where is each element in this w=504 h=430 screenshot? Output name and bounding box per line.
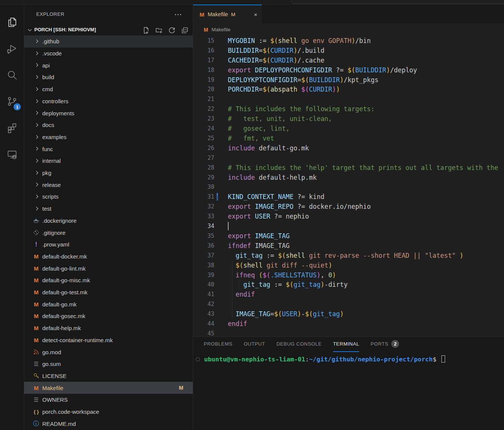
code-line-35[interactable]: 35export IMAGE_TAG <box>193 231 504 241</box>
file-default-gosec.mk[interactable]: Mdefault-gosec.mk <box>24 310 193 322</box>
activity-search[interactable] <box>0 67 24 85</box>
line-number: 34 <box>193 223 214 230</box>
file-default-help.mk[interactable]: Mdefault-help.mk <box>24 322 193 334</box>
breadcrumb-item[interactable]: Makefile <box>212 27 230 32</box>
activity-run-and-debug[interactable] <box>0 40 24 58</box>
tree-item-label: docs <box>42 122 54 128</box>
line-number: 19 <box>193 77 214 83</box>
file-README.md[interactable]: ⓘREADME.md <box>24 418 193 430</box>
indent-guide <box>239 280 239 290</box>
collapse-all-icon[interactable] <box>181 26 189 36</box>
panel-tab-problems[interactable]: PROBLEMS <box>204 340 232 352</box>
file-default-docker.mk[interactable]: Mdefault-docker.mk <box>24 251 193 263</box>
new-file-icon[interactable] <box>142 26 150 36</box>
code-line-31[interactable]: 31KIND_CONTEXT_NAME ?= kind <box>193 192 504 202</box>
line-number: 41 <box>193 291 214 298</box>
code-line-15[interactable]: 15MYGOBIN := $(shell go env GOPATH)/bin <box>193 36 504 46</box>
new-folder-icon[interactable] <box>155 26 163 36</box>
folder-.github[interactable]: .github <box>24 35 193 47</box>
file-go.mod[interactable]: go.mod <box>24 346 193 358</box>
file-default-go-misc.mk[interactable]: Mdefault-go-misc.mk <box>24 274 193 286</box>
close-icon[interactable]: × <box>254 11 257 18</box>
code-line-30[interactable]: 30 <box>193 182 504 192</box>
code-line-45[interactable]: 45 <box>193 329 504 337</box>
folder-examples[interactable]: examples <box>24 131 193 143</box>
panel-tabs: PROBLEMSOUTPUTDEBUG CONSOLETERMINALPORTS… <box>204 340 399 352</box>
folder-docs[interactable]: docs <box>24 119 193 131</box>
code-text: IMAGE_TAG=$(USER)-$(git_tag) <box>228 310 344 318</box>
code-line-28[interactable]: 28# This includes the 'help' target that… <box>193 163 504 173</box>
folder-controllers[interactable]: controllers <box>24 95 193 107</box>
code-line-17[interactable]: 17CACHEDIR=$(CURDIR)/.cache <box>193 55 504 65</box>
folder-api[interactable]: api <box>24 59 193 71</box>
file-LICENSE[interactable]: LICENSE <box>24 370 193 382</box>
code-line-38[interactable]: 38 $(shell git diff --quiet) <box>193 260 504 270</box>
file-default-go.mk[interactable]: Mdefault-go.mk <box>24 298 193 310</box>
code-line-25[interactable]: 25# fmt, vet <box>193 133 504 143</box>
tab-makefile[interactable]: M Makefile M × <box>193 5 262 23</box>
file-Makefile[interactable]: MMakefileM <box>24 382 193 394</box>
file-.prow.yaml[interactable]: !.prow.yaml <box>24 239 193 251</box>
code-line-37[interactable]: 37 git_tag := $(shell git rev-parse --sh… <box>193 251 504 260</box>
activity-remote-explorer[interactable] <box>0 146 24 164</box>
folder-scripts[interactable]: scripts <box>24 191 193 203</box>
code-line-29[interactable]: 29include default-help.mk <box>193 173 504 182</box>
folder-.vscode[interactable]: .vscode <box>24 47 193 60</box>
activity-source-control[interactable]: 1 <box>0 93 24 111</box>
chevron-right-icon <box>34 122 40 128</box>
workspace-section-header[interactable]: PORCH [SSH: NEPHIOVM] <box>24 25 193 35</box>
tree-item-label: api <box>42 62 50 69</box>
code-line-39[interactable]: 39 ifneq ($(.SHELLSTATUS), 0) <box>193 270 504 280</box>
folder-func[interactable]: func <box>24 143 193 155</box>
editor-group: M Makefile M × M Makefile 15MYGOBIN := $… <box>193 5 504 337</box>
file-porch.code-workspace[interactable]: { }porch.code-workspace <box>24 406 193 418</box>
panel-tab-ports[interactable]: PORTS2 <box>370 340 399 352</box>
code-line-16[interactable]: 16BUILDDIR=$(CURDIR)/.build <box>193 46 504 55</box>
folder-cmd[interactable]: cmd <box>24 83 193 95</box>
panel-tab-output[interactable]: OUTPUT <box>244 340 265 352</box>
activity-extensions[interactable] <box>0 119 24 138</box>
command-center[interactable] <box>291 0 504 4</box>
code-line-21[interactable]: 21 <box>193 94 504 104</box>
ellipsis-icon[interactable]: ⋯ <box>174 10 182 19</box>
folder-deployments[interactable]: deployments <box>24 107 193 119</box>
code-line-41[interactable]: 41 endif <box>193 289 504 299</box>
file-.gitignore[interactable]: .gitignore <box>24 226 193 239</box>
code-line-34[interactable]: 34 <box>193 221 504 231</box>
code-line-26[interactable]: 26include default-go.mk <box>193 143 504 153</box>
code-line-18[interactable]: 18export DEPLOYPORCHCONFIGDIR ?= $(BUILD… <box>193 65 504 75</box>
code-line-23[interactable]: 23# test, unit, unit-clean, <box>193 114 504 124</box>
activity-explorer[interactable] <box>0 14 24 32</box>
code-line-20[interactable]: 20PORCHDIR=$(abspath $(CURDIR)) <box>193 85 504 95</box>
file-default-go-test.mk[interactable]: Mdefault-go-test.mk <box>24 286 193 298</box>
code-line-33[interactable]: 33export USER ?= nephio <box>193 211 504 221</box>
panel-tab-debug-console[interactable]: DEBUG CONSOLE <box>277 340 322 352</box>
file-OWNERS[interactable]: ☰OWNERS <box>24 394 193 406</box>
code-line-44[interactable]: 44endif <box>193 319 504 329</box>
code-line-43[interactable]: 43 IMAGE_TAG=$(USER)-$(git_tag) <box>193 309 504 319</box>
panel-tab-terminal[interactable]: TERMINAL <box>333 340 360 352</box>
code-line-32[interactable]: 32export IMAGE_REPO ?= docker.io/nephio <box>193 202 504 211</box>
key-icon <box>31 372 41 379</box>
file-default-go-lint.mk[interactable]: Mdefault-go-lint.mk <box>24 262 193 274</box>
folder-pkg[interactable]: pkg <box>24 167 193 179</box>
tree-item-label: detect-container-runtime.mk <box>42 337 113 343</box>
code-line-27[interactable]: 27 <box>193 153 504 163</box>
code-line-36[interactable]: 36ifndef IMAGE_TAG <box>193 241 504 251</box>
code-line-40[interactable]: 40 git_tag := $(git_tag)-dirty <box>193 280 504 290</box>
code-line-19[interactable]: 19DEPLOYKPTCONFIGDIR=$(BUILDDIR)/kpt_pkg… <box>193 75 504 85</box>
folder-test[interactable]: test <box>24 203 193 215</box>
file-.dockerignore[interactable]: .dockerignore <box>24 215 193 227</box>
line-number: 21 <box>193 96 214 103</box>
folder-build[interactable]: build <box>24 71 193 83</box>
folder-internal[interactable]: internal <box>24 155 193 167</box>
file-go.sum[interactable]: ☰go.sum <box>24 358 193 370</box>
code-line-42[interactable]: 42 <box>193 299 504 309</box>
refresh-icon[interactable] <box>168 26 176 36</box>
file-detect-container-runtime.mk[interactable]: Mdetect-container-runtime.mk <box>24 334 193 346</box>
folder-release[interactable]: release <box>24 179 193 191</box>
code-line-22[interactable]: 22# This includes the following targets: <box>193 104 504 114</box>
code-area[interactable]: 15MYGOBIN := $(shell go env GOPATH)/bin1… <box>193 36 504 337</box>
terminal[interactable]: ubuntu@vm-nephio-ts-liam-01:~/git/github… <box>204 355 445 363</box>
code-line-24[interactable]: 24# gosec, lint, <box>193 124 504 133</box>
